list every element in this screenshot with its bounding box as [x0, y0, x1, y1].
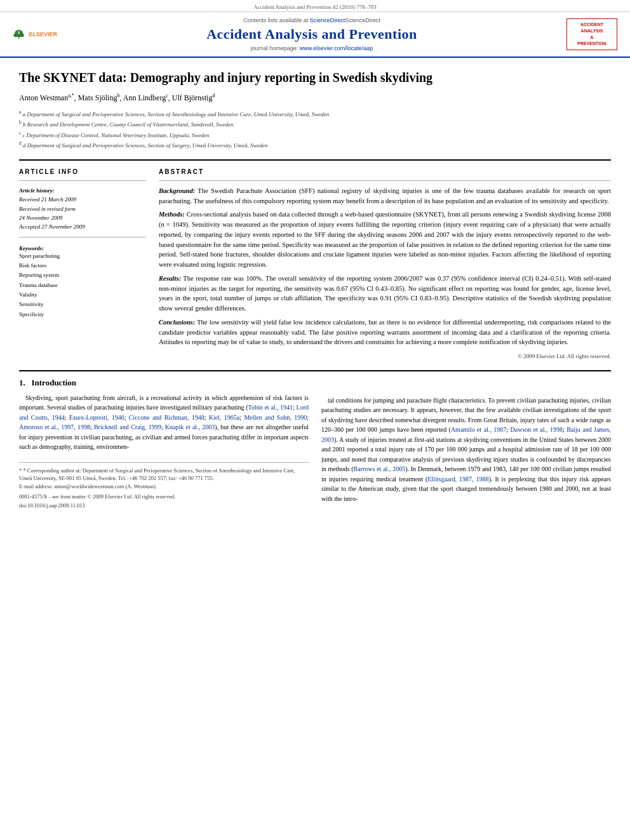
header-section: ELSEVIER Contents lists available at Sci… — [0, 12, 630, 58]
intro-right-text: tal conditions for jumping and parachute… — [321, 396, 611, 504]
cite-8: Bricknell and Craig, 1999 — [94, 423, 161, 430]
footnote-email-text: E-mail address: anton@worldwidewestman.c… — [19, 483, 157, 490]
methods-text: Cross-sectional analysis based on data c… — [159, 211, 611, 268]
methods-label: Methods: — [159, 211, 185, 218]
keywords-label: Keywords: — [19, 245, 146, 251]
article-info-heading: ARTICLE INFO — [19, 168, 146, 175]
intro-left-para: Skydiving, sport parachuting from aircra… — [19, 393, 309, 452]
cite-5: Kiel, 1965a — [209, 414, 240, 421]
svg-point-4 — [18, 31, 20, 32]
svg-point-3 — [20, 34, 24, 37]
page-container: Accident Analysis and Prevention 42 (201… — [0, 0, 630, 840]
affiliations: a a Department of Surgical and Periopera… — [19, 109, 611, 150]
svg-rect-0 — [18, 37, 20, 39]
info-hr — [19, 180, 146, 181]
contents-text: Contents lists available at — [243, 17, 308, 23]
journal-logo-box: ACCIDENTANALYSIS&PREVENTION — [566, 18, 617, 50]
journal-homepage: journal homepage: www.elsevier.com/locat… — [64, 45, 560, 51]
elsevier-text: ELSEVIER — [29, 31, 57, 38]
footnote-email: E-mail address: anton@worldwidewestman.c… — [19, 483, 309, 491]
affiliation-b: b b Research and Development Centre, Cou… — [19, 119, 611, 130]
bg-label: Background: — [159, 187, 195, 194]
received-revised-label: Received in revised form — [19, 204, 146, 213]
keyword-3: Reporting system — [19, 270, 146, 280]
body-two-col: 1. Introduction Skydiving, sport parachu… — [19, 378, 611, 509]
thick-rule — [19, 159, 611, 161]
cite-3: Essex-Lopresti, 1946 — [69, 414, 124, 421]
cite-6: Mellen and Sohn, 1990 — [244, 414, 307, 421]
cite-7: Amoroso et al., 1997, 1998 — [19, 423, 90, 430]
intro-right-para: tal conditions for jumping and parachute… — [321, 396, 611, 504]
journal-citation: Accident Analysis and Prevention 42 (201… — [253, 4, 376, 10]
homepage-label: journal homepage: — [251, 45, 298, 51]
abstract-col: ABSTRACT Background: The Swedish Parachu… — [159, 168, 611, 361]
cite-r1: Amamilo et al., 1987 — [451, 426, 506, 433]
sciencedirect-label: ScienceDirect — [345, 17, 380, 23]
header-middle: Contents lists available at ScienceDirec… — [64, 17, 560, 51]
elsevier-logo: ELSEVIER — [13, 19, 57, 50]
cite-r2: Dawson et al., 1998 — [511, 426, 563, 433]
article-history: Article history: Received 21 March 2009 … — [19, 186, 146, 232]
accepted-date: Accepted 27 November 2009 — [19, 222, 146, 231]
results-text: The response rate was 100%. The overall … — [159, 275, 611, 312]
article-title: The SKYNET data: Demography and injury r… — [19, 69, 611, 86]
bg-text: The Swedish Parachute Association (SFF) … — [159, 187, 611, 204]
abstract-methods: Methods: Cross-sectional analysis based … — [159, 210, 611, 270]
cite-1: Tobin et al., 1941 — [248, 404, 293, 411]
keywords-hr — [19, 237, 146, 237]
footnote-author-text: * Corresponding author at: Department of… — [19, 467, 295, 482]
affil-d-text: d d Department of Surgical and Periopera… — [19, 140, 268, 150]
footnote-corresponding: * * Corresponding author at: Department … — [19, 467, 309, 483]
keyword-7: Specificity — [19, 310, 146, 319]
main-content: The SKYNET data: Demography and injury r… — [0, 58, 630, 521]
bottom-rule — [19, 370, 611, 371]
abstract-conclusions: Conclusions: The low sensitivity will yi… — [159, 317, 611, 347]
conclusions-text: The low sensitivity will yield false low… — [159, 319, 611, 346]
affiliation-a: a a Department of Surgical and Periopera… — [19, 109, 611, 119]
copyright-text: 0001-4575/$ – see front matter © 2009 El… — [19, 493, 175, 500]
affil-c-text: c c Department of Disease Control, Natio… — [19, 130, 209, 140]
contents-line: Contents lists available at ScienceDirec… — [64, 17, 560, 23]
abstract-heading: ABSTRACT — [159, 168, 611, 175]
sciencedirect-link[interactable]: ScienceDirect — [310, 17, 345, 23]
article-info-abstract: ARTICLE INFO Article history: Received 2… — [19, 168, 611, 361]
keyword-6: Sensitivity — [19, 300, 146, 309]
intro-title-text: Introduction — [32, 378, 77, 387]
history-label: Article history: — [19, 187, 55, 194]
article-info-col: ARTICLE INFO Article history: Received 2… — [19, 168, 146, 361]
affiliation-d: d d Department of Surgical and Periopera… — [19, 140, 611, 150]
intro-title: 1. Introduction — [19, 378, 309, 388]
copyright-notice: 0001-4575/$ – see front matter © 2009 El… — [19, 493, 309, 500]
received-revised-date: 24 November 2009 — [19, 213, 146, 222]
svg-point-2 — [13, 34, 18, 37]
keyword-2: Risk factors — [19, 261, 146, 270]
journal-bar: Accident Analysis and Prevention 42 (201… — [0, 0, 630, 12]
homepage-url[interactable]: www.elsevier.com/locate/aap — [300, 45, 373, 51]
affil-b-text: b b Research and Development Centre, Cou… — [19, 119, 234, 130]
authors-line: Anton Westmana,*, Mats Sjölingb, Ann Lin… — [19, 92, 611, 103]
footnote-area: * * Corresponding author at: Department … — [19, 462, 309, 509]
elsevier-tree-icon — [13, 19, 25, 50]
body-left-col: 1. Introduction Skydiving, sport parachu… — [19, 378, 309, 509]
abstract-background: Background: The Swedish Parachute Associ… — [159, 186, 611, 206]
keywords-section: Keywords: Sport parachuting Risk factors… — [19, 245, 146, 319]
affil-a-text: a a Department of Surgical and Periopera… — [19, 109, 329, 119]
doi-line: doi:10.1016/j.aap.2009.11.013 — [19, 502, 309, 509]
results-label: Results: — [159, 275, 181, 282]
intro-left-text: Skydiving, sport parachuting from aircra… — [19, 393, 309, 452]
keyword-1: Sport parachuting — [19, 251, 146, 261]
doi-text: doi:10.1016/j.aap.2009.11.013 — [19, 502, 85, 509]
abstract-results: Results: The response rate was 100%. The… — [159, 274, 611, 314]
abstract-hr — [159, 180, 611, 181]
affiliation-c: c c Department of Disease Control, Natio… — [19, 130, 611, 140]
abstract-text: Background: The Swedish Parachute Associ… — [159, 186, 611, 361]
journal-title: Accident Analysis and Prevention — [64, 26, 560, 43]
received-date: Received 21 March 2009 — [19, 195, 146, 204]
svg-rect-5 — [18, 32, 20, 34]
cite-r5: Ellitsgaard, 1987, 1988 — [427, 476, 488, 483]
keyword-5: Validity — [19, 290, 146, 300]
conclusions-label: Conclusions: — [159, 319, 195, 326]
keyword-4: Trauma database — [19, 281, 146, 290]
cite-4: Ciccone and Richman, 1948 — [129, 414, 204, 421]
abstract-copyright: © 2009 Elsevier Ltd. All rights reserved… — [159, 352, 611, 361]
